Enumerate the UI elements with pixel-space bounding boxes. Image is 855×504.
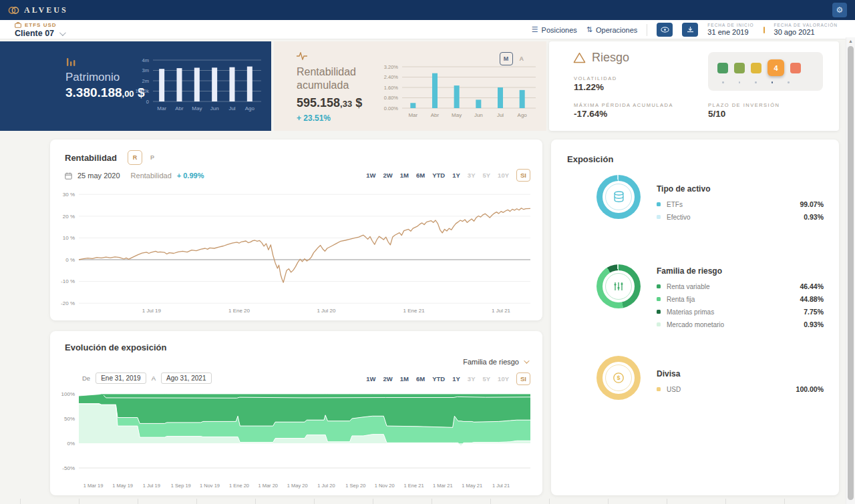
- legend-row: Efectivo0.93%: [657, 213, 824, 221]
- settings-button[interactable]: ⚙: [832, 3, 847, 17]
- transfer-icon: ⇅: [586, 25, 592, 34]
- range-1w-button[interactable]: 1W: [366, 375, 375, 383]
- svg-text:-20 %: -20 %: [61, 300, 75, 306]
- operaciones-link[interactable]: ⇅ Operaciones: [586, 25, 638, 34]
- range-10y-button: 10Y: [498, 375, 509, 383]
- posiciones-label: Posiciones: [542, 26, 577, 34]
- svg-text:1 Jul 19: 1 Jul 19: [142, 308, 162, 314]
- plazo-label: PLAZO DE INVERSIÓN: [708, 102, 780, 108]
- svg-text:1 Ene 20: 1 Ene 20: [228, 308, 250, 314]
- svg-text:Mar: Mar: [408, 112, 417, 118]
- patrimonio-title: Patrimonio: [65, 71, 120, 84]
- risk-dot: [739, 81, 741, 83]
- svg-text:0 %: 0 %: [65, 257, 75, 263]
- risk-level-5[interactable]: [790, 63, 801, 73]
- range-2w-button[interactable]: 2W: [383, 172, 393, 179]
- familia-riesgo-dropdown[interactable]: Familia de riesgo: [463, 358, 528, 366]
- rentabilidad-bar-chart: 3.20%2.40%1.60%0.80%0.00%MarAbrMayJunJul…: [373, 60, 540, 130]
- range-6m-button[interactable]: 6M: [416, 172, 425, 179]
- svg-text:1 Sep 20: 1 Sep 20: [345, 483, 365, 489]
- visibility-button[interactable]: [657, 23, 673, 37]
- range-1m-button[interactable]: 1M: [400, 172, 409, 179]
- svg-text:Ago: Ago: [518, 112, 528, 118]
- chevron-down-icon: [524, 358, 529, 363]
- rentabilidad-acumulada-delta: + 23.51%: [297, 113, 331, 123]
- range-si-button[interactable]: SI: [516, 372, 530, 385]
- client-selector[interactable]: ETFS USD Cliente 07: [15, 22, 64, 38]
- fecha-valoracion-value: 30 ago 2021: [774, 28, 838, 37]
- date-to-input[interactable]: Ago 31, 2021: [161, 372, 212, 384]
- rentabilidad-acumulada-card: Rentabilidad acumulada 595.158,33 $ + 23…: [274, 41, 546, 131]
- warning-icon: [573, 52, 586, 63]
- exposicion-area-chart[interactable]: 100%50%0%-50%1 Mar 191 May 191 Jul 191 S…: [59, 390, 534, 490]
- svg-text:1 Sep 19: 1 Sep 19: [171, 483, 191, 489]
- svg-text:4m: 4m: [142, 57, 149, 63]
- range-2w-button[interactable]: 2W: [383, 375, 393, 383]
- svg-text:1.60%: 1.60%: [384, 85, 399, 91]
- exposicion-card: Exposición Tipo de activo ETFs99.07%Efec…: [551, 140, 839, 495]
- svg-text:1000k: 1000k: [136, 88, 150, 94]
- legend-swatch: [657, 297, 661, 301]
- posiciones-link[interactable]: ☰ Posiciones: [532, 25, 577, 34]
- svg-text:2.40%: 2.40%: [384, 74, 399, 80]
- legend-percentage: 0.93%: [804, 213, 824, 221]
- range-1y-button[interactable]: 1Y: [452, 375, 460, 383]
- range-6m-button[interactable]: 6M: [416, 375, 425, 383]
- hover-date: 25 may 2020: [77, 172, 120, 180]
- scrollbar-thumb[interactable]: [848, 46, 854, 500]
- download-button[interactable]: [682, 23, 698, 37]
- chevron-down-icon: [59, 29, 66, 36]
- svg-text:Jul: Jul: [228, 105, 235, 111]
- range-ytd-button[interactable]: YTD: [432, 375, 445, 383]
- legend-label: Efectivo: [667, 214, 804, 221]
- briefcase-icon: [15, 22, 21, 28]
- legend-row: USD100.00%: [657, 385, 824, 393]
- risk-level-2[interactable]: [734, 63, 745, 73]
- risk-level-3[interactable]: [751, 63, 761, 73]
- range-si-button[interactable]: SI: [516, 169, 530, 182]
- svg-text:1 Jul 21: 1 Jul 21: [492, 483, 510, 489]
- vertical-scrollbar[interactable]: ▲: [846, 37, 855, 504]
- range-1y-button[interactable]: 1Y: [452, 172, 460, 179]
- rentabilidad-toggle-button[interactable]: R: [128, 150, 142, 165]
- rentabilidad-chart-card: Rentabilidad R P 25 may 2020 Rentabilida…: [50, 140, 542, 320]
- svg-text:Ago: Ago: [245, 105, 255, 111]
- risk-dot: [788, 81, 790, 83]
- risk-level-4[interactable]: 4: [767, 59, 784, 76]
- patrimonio-toggle-button[interactable]: P: [150, 154, 154, 161]
- rentabilidad-card-title: Rentabilidad: [65, 153, 117, 163]
- familia-riesgo-donut[interactable]: [596, 264, 641, 308]
- legend-percentage: 0.93%: [804, 320, 824, 328]
- range-ytd-button[interactable]: YTD: [432, 172, 445, 179]
- legend-label: USD: [667, 386, 796, 393]
- mpa-label: MÁXIMA PÉRDIDA ACUMULADA: [574, 102, 673, 108]
- legend-label: Renta variable: [667, 283, 800, 290]
- mpa-value: -17.64%: [574, 109, 607, 119]
- tipo-activo-donut[interactable]: [596, 175, 641, 219]
- legend-swatch: [657, 215, 661, 219]
- svg-text:1 Mar 20: 1 Mar 20: [258, 483, 278, 489]
- svg-text:-50%: -50%: [62, 465, 75, 471]
- group-title: Tipo de activo: [657, 184, 824, 194]
- client-name: Cliente 07: [15, 29, 54, 38]
- svg-text:0.80%: 0.80%: [384, 95, 399, 101]
- legend-row: ETFs99.07%: [657, 200, 824, 208]
- volatilidad-value: 11.22%: [574, 82, 604, 92]
- scroll-up-arrow-icon[interactable]: ▲: [848, 39, 853, 43]
- pulse-icon: [297, 52, 307, 60]
- date-from-input[interactable]: Ene 31, 2019: [96, 372, 146, 384]
- brand: ALVEUS: [8, 5, 68, 15]
- rentabilidad-line-chart[interactable]: 30 %20 %10 %0 %-10 %-20 %1 Jul 191 Ene 2…: [59, 188, 534, 316]
- legend-swatch: [657, 310, 661, 314]
- divisa-donut[interactable]: $: [596, 356, 641, 400]
- alveus-logo-icon: [8, 6, 19, 15]
- list-icon: ☰: [532, 25, 538, 34]
- svg-text:Abr: Abr: [175, 105, 184, 111]
- svg-text:Abr: Abr: [431, 112, 440, 118]
- gear-icon: ⚙: [836, 5, 844, 15]
- range-1m-button[interactable]: 1M: [400, 375, 409, 383]
- group-title: Familia de riesgo: [657, 266, 824, 276]
- risk-level-1[interactable]: [717, 63, 728, 73]
- range-1w-button[interactable]: 1W: [366, 172, 375, 179]
- bottom-axis-ticks: [20, 499, 842, 504]
